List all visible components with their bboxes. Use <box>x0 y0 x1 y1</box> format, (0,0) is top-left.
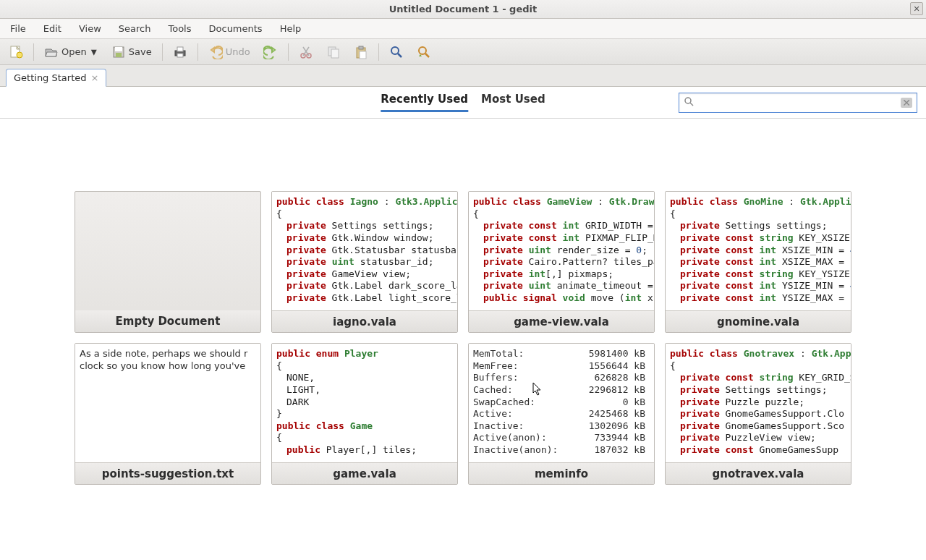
svg-rect-17 <box>360 51 366 59</box>
find-button[interactable] <box>385 43 408 61</box>
tab-label: Getting Started <box>14 72 87 83</box>
document-save-icon <box>111 45 126 59</box>
cut-button[interactable] <box>294 43 318 61</box>
card-game-vala[interactable]: public enum Player{NONE,LIGHT,DARK}publi… <box>271 343 458 485</box>
toolbar-sep <box>197 43 198 61</box>
undo-button[interactable]: Undo <box>204 43 255 61</box>
save-button[interactable]: Save <box>107 43 156 61</box>
svg-rect-5 <box>116 53 122 57</box>
undo-label: Undo <box>226 46 250 57</box>
card-preview: public class GameView : Gtk.Draw{private… <box>469 192 654 310</box>
window-close-button[interactable]: ✕ <box>910 2 923 15</box>
copy-icon <box>326 45 341 59</box>
document-open-icon <box>44 45 59 59</box>
search-box[interactable]: ✕ <box>679 93 917 113</box>
svg-point-18 <box>391 47 399 54</box>
svg-rect-4 <box>115 47 122 51</box>
card-preview: public enum Player{NONE,LIGHT,DARK}publi… <box>272 344 457 462</box>
toolbar-sep <box>378 43 379 61</box>
paste-button[interactable] <box>349 43 373 61</box>
open-label: Open <box>61 46 87 57</box>
view-bar: Recently Used Most Used ✕ <box>0 87 926 119</box>
card-preview: public class Iagno : Gtk3.Applicati{priv… <box>272 192 457 310</box>
recent-documents-grid: Empty Document public class Iagno : Gtk3… <box>0 119 926 485</box>
card-title: iagno.vala <box>272 310 457 332</box>
menu-documents[interactable]: Documents <box>202 21 270 36</box>
menu-view[interactable]: View <box>72 21 109 36</box>
undo-icon <box>208 45 223 59</box>
search-icon <box>684 96 694 109</box>
toolbar-sep <box>33 43 34 61</box>
find-replace-button[interactable] <box>412 43 436 61</box>
card-title: gnomine.vala <box>666 310 851 332</box>
card-title: game-view.vala <box>469 310 654 332</box>
tab-close-icon[interactable]: × <box>91 72 99 83</box>
card-title: Empty Document <box>75 310 260 332</box>
redo-icon <box>263 45 278 59</box>
svg-rect-8 <box>177 54 183 57</box>
svg-rect-7 <box>177 47 183 51</box>
card-title: points-suggestion.txt <box>75 462 260 484</box>
print-button[interactable] <box>169 43 192 61</box>
card-game-view-vala[interactable]: public class GameView : Gtk.Draw{private… <box>468 191 655 333</box>
window-title: Untitled Document 1 - gedit <box>389 4 537 14</box>
menu-edit[interactable]: Edit <box>36 21 69 36</box>
menu-help[interactable]: Help <box>273 21 309 36</box>
open-dropdown-icon[interactable]: ▾ <box>90 45 98 59</box>
menu-search[interactable]: Search <box>111 21 158 36</box>
redo-button[interactable] <box>259 43 282 61</box>
card-iagno-vala[interactable]: public class Iagno : Gtk3.Applicati{priv… <box>271 191 458 333</box>
search-input[interactable] <box>697 96 898 109</box>
card-empty-document[interactable]: Empty Document <box>75 191 261 333</box>
copy-button[interactable] <box>322 43 345 61</box>
paste-icon <box>354 45 368 59</box>
toolbar: Open ▾ Save Undo <box>0 39 926 65</box>
open-button[interactable]: Open ▾ <box>40 43 103 61</box>
view-most-used[interactable]: Most Used <box>481 93 545 112</box>
menu-tools[interactable]: Tools <box>161 21 198 36</box>
view-recently-used[interactable]: Recently Used <box>381 93 468 112</box>
save-label: Save <box>129 46 152 57</box>
find-replace-icon <box>417 45 431 59</box>
toolbar-sep <box>288 43 289 61</box>
new-document-button[interactable] <box>4 43 27 61</box>
print-icon <box>173 45 187 59</box>
menubar: File Edit View Search Tools Documents He… <box>0 19 926 39</box>
svg-line-19 <box>398 54 402 57</box>
card-meminfo[interactable]: MemTotal:5981400 kBMemFree:1556644 kBBuf… <box>468 343 655 485</box>
card-preview: As a side note, perhaps we should r cloc… <box>75 344 260 462</box>
toolbar-sep <box>162 43 163 61</box>
card-gnomine-vala[interactable]: public class GnoMine : Gtk.Applica{priva… <box>665 191 851 333</box>
card-title: gnotravex.vala <box>666 462 851 484</box>
svg-line-23 <box>690 103 693 106</box>
card-preview <box>75 192 260 310</box>
svg-point-20 <box>419 47 426 54</box>
card-title: meminfo <box>469 462 654 484</box>
card-preview: MemTotal:5981400 kBMemFree:1556644 kBBuf… <box>469 344 654 462</box>
document-tabbar: Getting Started × <box>0 65 926 87</box>
svg-line-21 <box>425 54 429 57</box>
svg-point-22 <box>685 98 691 103</box>
card-title: game.vala <box>272 462 457 484</box>
card-points-suggestion-txt[interactable]: As a side note, perhaps we should r cloc… <box>75 343 261 485</box>
svg-rect-16 <box>359 46 363 49</box>
svg-rect-14 <box>331 49 339 58</box>
card-gnotravex-vala[interactable]: public class Gnotravex : Gtk.Appli{priva… <box>665 343 851 485</box>
menu-file[interactable]: File <box>3 21 33 36</box>
card-preview: public class Gnotravex : Gtk.Appli{priva… <box>666 344 851 462</box>
titlebar: Untitled Document 1 - gedit ✕ <box>0 0 926 19</box>
clear-search-icon[interactable]: ✕ <box>901 98 912 108</box>
document-new-icon <box>9 45 23 59</box>
card-preview: public class GnoMine : Gtk.Applica{priva… <box>666 192 851 310</box>
svg-point-2 <box>17 52 22 58</box>
cut-icon <box>299 45 313 59</box>
tab-getting-started[interactable]: Getting Started × <box>6 69 106 87</box>
find-icon <box>389 45 404 59</box>
